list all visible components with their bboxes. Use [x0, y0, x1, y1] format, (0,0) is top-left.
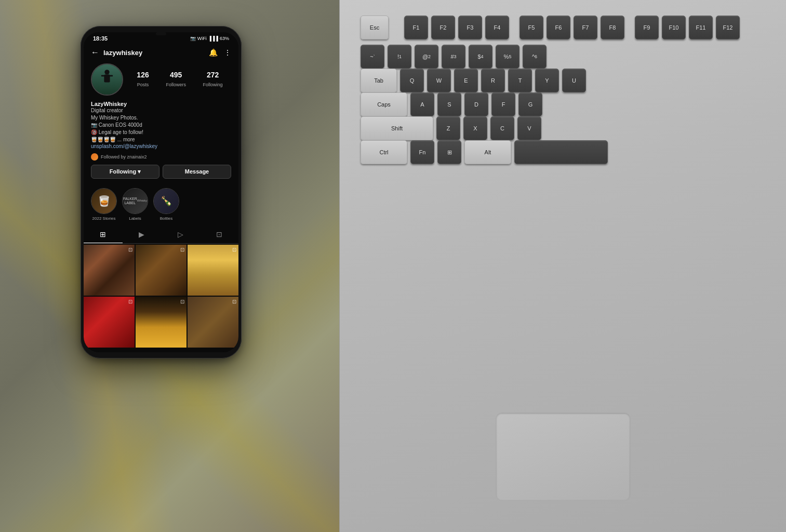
ig-posts-stat[interactable]: 126 Posts	[137, 71, 149, 88]
key-e[interactable]: E	[454, 69, 478, 92]
key-f7[interactable]: F7	[574, 16, 597, 39]
key-tilde[interactable]: ~`	[361, 45, 384, 69]
followers-label: Followers	[166, 82, 186, 87]
ig-stats: 126 Posts 495 Followers 272 Following	[128, 71, 231, 88]
key-f5[interactable]: F5	[519, 16, 543, 39]
key-f3[interactable]: F3	[458, 16, 482, 39]
ig-photo-grid: ⊡ ⊡ ⊡ ⊡	[84, 245, 238, 348]
bio-line-5: 🥃🥃🥃🥃 ... more	[91, 136, 231, 143]
nav-home[interactable]: ⌂	[92, 352, 106, 352]
key-q[interactable]: Q	[400, 69, 424, 92]
tab-igtv[interactable]: ▶	[123, 226, 162, 243]
bio-line-3: 📷 Canon EOS 4000d	[91, 122, 231, 129]
highlight-circle-bottles: 🍾	[153, 188, 179, 214]
multi-photo-icon-4: ⊡	[128, 299, 132, 304]
key-esc[interactable]: Esc	[361, 16, 389, 39]
trackpad[interactable]	[496, 413, 631, 501]
key-f9[interactable]: F9	[635, 16, 659, 39]
key-d[interactable]: D	[464, 92, 488, 116]
posts-count: 126	[137, 71, 149, 79]
photo-6-image: ⊡	[188, 297, 238, 348]
key-shift-left[interactable]: Shift	[361, 116, 433, 140]
back-button[interactable]: ←	[91, 48, 99, 57]
key-f11[interactable]: F11	[689, 16, 713, 39]
key-4[interactable]: $4	[469, 45, 492, 69]
number-key-row: ~` !1 @2 #3 $4 %5 ^6	[361, 45, 765, 69]
key-5[interactable]: %5	[496, 45, 519, 69]
key-f6[interactable]: F6	[547, 16, 570, 39]
grid-photo-5[interactable]: ⊡	[136, 297, 186, 348]
bio-line-4: 🔞 Legal age to follow!	[91, 129, 231, 136]
posts-label: Posts	[137, 82, 149, 87]
grid-photo-2[interactable]: ⊡	[136, 245, 186, 296]
nav-search[interactable]: 🔍	[123, 352, 137, 352]
key-caps[interactable]: Caps	[361, 92, 407, 116]
avatar-svg	[92, 63, 122, 95]
key-fn[interactable]: Fn	[410, 140, 434, 164]
camera-notch	[156, 32, 166, 35]
key-win[interactable]: ⊞	[437, 140, 461, 164]
highlight-bottles[interactable]: 🍾 Bottles	[153, 188, 179, 221]
key-f8[interactable]: F8	[601, 16, 624, 39]
key-tab[interactable]: Tab	[361, 69, 397, 92]
photo-5-image: ⊡	[136, 297, 186, 348]
nav-reels[interactable]: ▶	[154, 352, 168, 352]
key-x[interactable]: X	[463, 116, 487, 140]
qwerty-row: Tab Q W E R T Y U	[361, 69, 765, 92]
more-options-icon[interactable]: ⋮	[224, 48, 231, 57]
ig-bottom-nav: ⌂ 🔍 ▶ 🛍	[84, 348, 238, 352]
profile-avatar[interactable]	[91, 63, 123, 96]
ig-following-stat[interactable]: 272 Following	[203, 71, 223, 88]
key-f1[interactable]: F1	[404, 16, 428, 39]
tab-reels[interactable]: ▷	[161, 226, 200, 243]
nav-shop[interactable]: 🛍	[185, 352, 199, 352]
key-f12[interactable]: F12	[716, 16, 740, 39]
avatar-image	[92, 64, 122, 95]
followed-by-section: Followed by znainaix2	[91, 153, 231, 161]
key-1[interactable]: !1	[388, 45, 411, 69]
key-space[interactable]	[514, 140, 608, 164]
ig-profile-top: 126 Posts 495 Followers 272 Following	[91, 63, 231, 96]
message-button[interactable]: Message	[163, 165, 231, 179]
grid-photo-3[interactable]: ⊡	[188, 245, 238, 296]
nav-profile[interactable]	[216, 352, 230, 352]
key-f[interactable]: F	[491, 92, 515, 116]
multi-photo-icon-5: ⊡	[180, 299, 184, 304]
multi-photo-icon-3: ⊡	[232, 247, 236, 252]
key-r[interactable]: R	[481, 69, 505, 92]
svg-point-2	[104, 70, 109, 74]
grid-photo-6[interactable]: ⊡	[188, 297, 238, 348]
laptop: Esc F1 F2 F3 F4 F5 F6 F7 F8 F9 F10 F11 F…	[339, 0, 786, 532]
tab-grid[interactable]: ⊞	[84, 226, 123, 243]
key-g[interactable]: G	[518, 92, 542, 116]
key-alt[interactable]: Alt	[464, 140, 511, 164]
key-t[interactable]: T	[508, 69, 532, 92]
key-s[interactable]: S	[437, 92, 461, 116]
grid-photo-4[interactable]: ⊡	[84, 297, 135, 348]
status-time: 18:35	[93, 35, 108, 42]
key-3[interactable]: #3	[442, 45, 465, 69]
key-a[interactable]: A	[410, 92, 434, 116]
ig-followers-stat[interactable]: 495 Followers	[166, 71, 186, 88]
bio-link[interactable]: unsplash.com/@lazywhiskey	[91, 143, 231, 149]
key-z[interactable]: Z	[436, 116, 460, 140]
tab-tagged[interactable]: ⊡	[200, 226, 239, 243]
key-w[interactable]: W	[427, 69, 451, 92]
key-f2[interactable]: F2	[431, 16, 455, 39]
grid-photo-1[interactable]: ⊡	[84, 245, 135, 296]
key-ctrl[interactable]: Ctrl	[361, 140, 407, 164]
highlight-2022-stories[interactable]: 🥃 2022 Stories	[91, 188, 117, 221]
key-u[interactable]: U	[562, 69, 586, 92]
followed-by-text: Followed by znainaix2	[101, 154, 147, 159]
key-f4[interactable]: F4	[485, 16, 509, 39]
key-c[interactable]: C	[490, 116, 514, 140]
key-6[interactable]: ^6	[523, 45, 547, 69]
highlight-labels[interactable]: FALKERLABELWhisky Labels	[122, 188, 148, 221]
ig-action-buttons: Following ▾ Message	[91, 165, 231, 179]
following-button[interactable]: Following ▾	[91, 165, 159, 179]
key-2[interactable]: @2	[415, 45, 438, 69]
key-f10[interactable]: F10	[662, 16, 686, 39]
key-v[interactable]: V	[517, 116, 541, 140]
notification-bell-icon[interactable]: 🔔	[209, 48, 218, 57]
key-y[interactable]: Y	[535, 69, 559, 92]
